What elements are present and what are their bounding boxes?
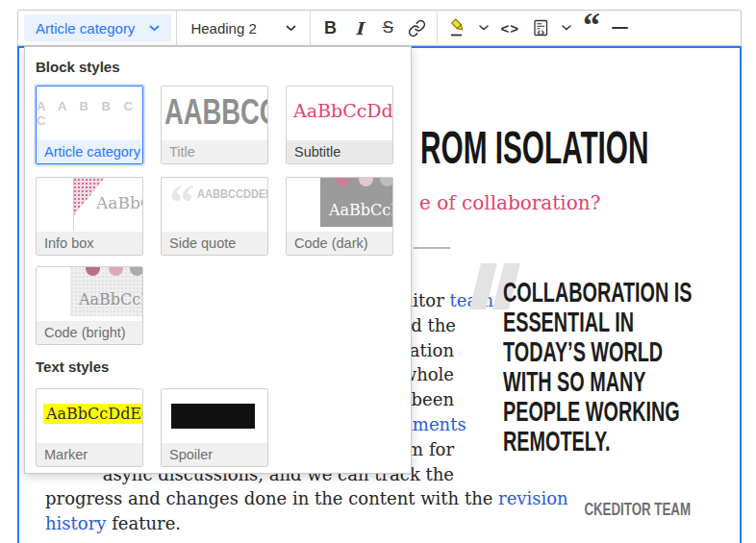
style-tile-label: Side quote [162, 232, 267, 255]
paragraph-line: progress and changes done in the content… [45, 486, 454, 511]
highlight-button[interactable] [442, 14, 473, 41]
italic-button[interactable]: I [344, 14, 373, 41]
style-tile-label: Article category [37, 140, 142, 163]
style-tile-marker[interactable]: AaBbCcDdEeFf Marker [36, 388, 143, 467]
pull-quote-line: WITH SO MANY [503, 366, 693, 396]
strikethrough-icon: S [383, 18, 393, 37]
style-preview: AABBCC [162, 86, 267, 140]
pull-quote-line: TODAY’S WORLD [503, 336, 693, 366]
style-tile-label: Info box [37, 232, 142, 255]
chevron-down-icon [149, 25, 160, 32]
style-dropdown-button[interactable]: Article category [24, 14, 171, 41]
chevron-down-icon [286, 25, 296, 32]
paragraph-text: feature. [106, 513, 181, 533]
style-preview: AaBbCcDdEeFf [37, 389, 142, 443]
document-subtitle: e of collaboration? [419, 191, 600, 214]
link-icon [408, 19, 426, 37]
document-title: ROM ISOLATION [420, 121, 649, 174]
paragraph-text: progress and changes done in the content… [45, 488, 498, 508]
style-tile-label: Title [162, 140, 267, 163]
style-tile-info-box[interactable]: AaBbCc Info box [36, 177, 143, 256]
style-tile-label: Subtitle [287, 140, 392, 163]
highlight-dropdown-arrow[interactable] [473, 14, 494, 41]
horizontal-divider [414, 247, 450, 249]
html-embed-icon [531, 18, 550, 37]
bold-icon: B [324, 18, 337, 38]
style-tile-label: Marker [37, 443, 142, 466]
quote-attribution: CKEDITOR TEAM [501, 499, 691, 520]
text-styles-header: Text styles [36, 358, 109, 375]
styles-panel: Block styles A A B B C C Article categor… [24, 46, 412, 474]
block-quote-button[interactable]: “ [577, 14, 606, 41]
inline-code-button[interactable]: <> [494, 14, 525, 41]
paragraph-line: history feature. [45, 511, 454, 536]
toolbar-separator [437, 11, 438, 45]
block-styles-header: Block styles [36, 59, 120, 75]
style-tile-label: Spoiler [162, 443, 267, 466]
editor-toolbar: Article category Heading 2 B I S [17, 10, 742, 46]
text-link[interactable]: history [45, 513, 106, 533]
style-dropdown-label: Article category [36, 20, 135, 37]
pull-quote-line: ESSENTIAL IN [503, 307, 693, 336]
code-icon: <> [500, 20, 519, 37]
link-button[interactable] [402, 14, 432, 41]
chevron-down-icon [479, 25, 489, 31]
marker-pen-icon [448, 18, 467, 37]
style-tile-code-dark[interactable]: AaBbCcD Code (dark) [286, 177, 393, 256]
italic-icon: I [355, 18, 363, 38]
style-tile-code-bright[interactable]: AaBbCcD Code (bright) [36, 266, 143, 345]
html-embed-button[interactable] [525, 14, 556, 41]
toolbar-separator [176, 11, 177, 45]
style-tile-spoiler[interactable]: Spoiler [161, 388, 268, 467]
style-preview: AaBbCc [37, 178, 142, 232]
quote-glyph: “ [169, 178, 194, 228]
style-preview: AaBbCcD [287, 178, 392, 232]
style-tile-article-category[interactable]: A A B B C C Article category [36, 86, 143, 164]
heading-dropdown-button[interactable]: Heading 2 [182, 14, 305, 41]
horizontal-line-icon [612, 27, 628, 29]
heading-dropdown-label: Heading 2 [190, 20, 256, 37]
style-tile-label: Code (bright) [37, 321, 142, 344]
horizontal-line-button[interactable] [606, 14, 635, 41]
style-preview [162, 389, 267, 443]
style-tile-side-quote[interactable]: “ AABBCCDDEEFF Side quote [161, 177, 268, 256]
chevron-down-icon [562, 25, 571, 31]
spoiler-bar [171, 404, 255, 429]
pull-quote: COLLABORATION ISESSENTIAL INTODAY’S WORL… [503, 277, 693, 456]
style-preview: “ AABBCCDDEEFF [162, 178, 267, 232]
style-preview: AaBbCcDdE [287, 86, 392, 140]
bold-button[interactable]: B [315, 14, 344, 41]
pull-quote-line: REMOTELY. [503, 426, 693, 456]
ckeditor-app: Article category Heading 2 B I S [0, 0, 756, 543]
style-tile-subtitle[interactable]: AaBbCcDdE Subtitle [286, 86, 393, 164]
html-embed-dropdown-arrow[interactable] [556, 14, 577, 41]
style-tile-title[interactable]: AABBCC Title [161, 86, 268, 164]
style-preview: A A B B C C [37, 86, 142, 140]
strikethrough-button[interactable]: S [373, 14, 402, 41]
pull-quote-line: PEOPLE WORKING [503, 396, 693, 426]
style-tile-label: Code (dark) [287, 232, 392, 255]
style-preview: AaBbCcD [37, 267, 142, 321]
toolbar-separator [310, 11, 311, 45]
quote-icon: “ [583, 20, 600, 36]
pull-quote-line: COLLABORATION IS [503, 277, 693, 307]
